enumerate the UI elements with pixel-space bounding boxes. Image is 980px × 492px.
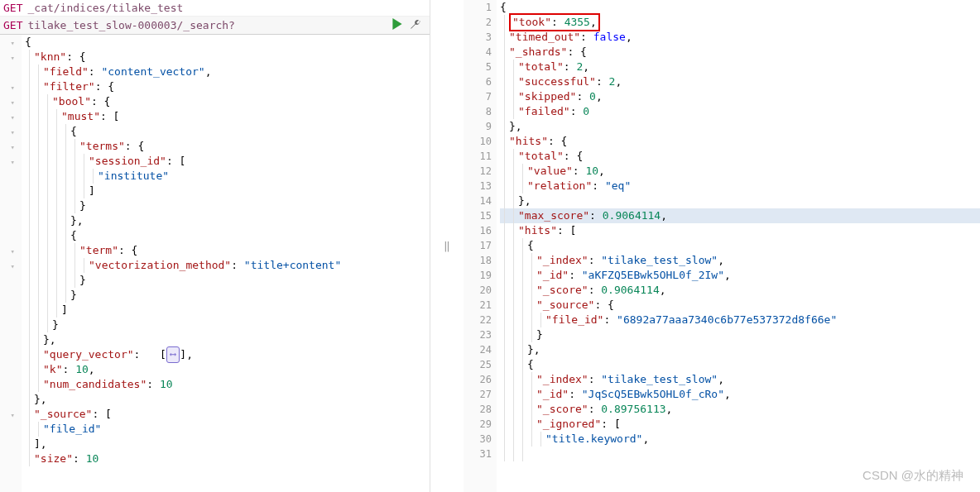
request-line-1[interactable]: GET _cat/indices/tilake_test xyxy=(0,0,430,17)
http-method: GET xyxy=(3,19,22,31)
response-json[interactable]: {"took": 4355,"timed_out": false,"_shard… xyxy=(497,0,980,492)
run-query-icon[interactable] xyxy=(392,18,403,32)
request-body-editor[interactable]: {"knn": {"field": "content_vector","filt… xyxy=(0,35,430,492)
http-path: _cat/indices/tilake_test xyxy=(27,2,183,14)
pane-divider[interactable]: ‖ xyxy=(430,0,464,492)
request-pane: GET _cat/indices/tilake_test GET tilake_… xyxy=(0,0,430,492)
response-pane: 1234567891011121314151617181920212223242… xyxy=(464,0,980,492)
http-path: tilake_test_slow-000003/_search? xyxy=(27,19,234,31)
wrench-icon[interactable] xyxy=(410,18,421,32)
line-gutter: 1234567891011121314151617181920212223242… xyxy=(464,0,497,492)
http-method: GET xyxy=(3,2,22,14)
request-json[interactable]: {"knn": {"field": "content_vector","filt… xyxy=(22,35,430,492)
fold-gutter xyxy=(0,35,22,492)
request-line-2[interactable]: GET tilake_test_slow-000003/_search? xyxy=(0,17,430,35)
